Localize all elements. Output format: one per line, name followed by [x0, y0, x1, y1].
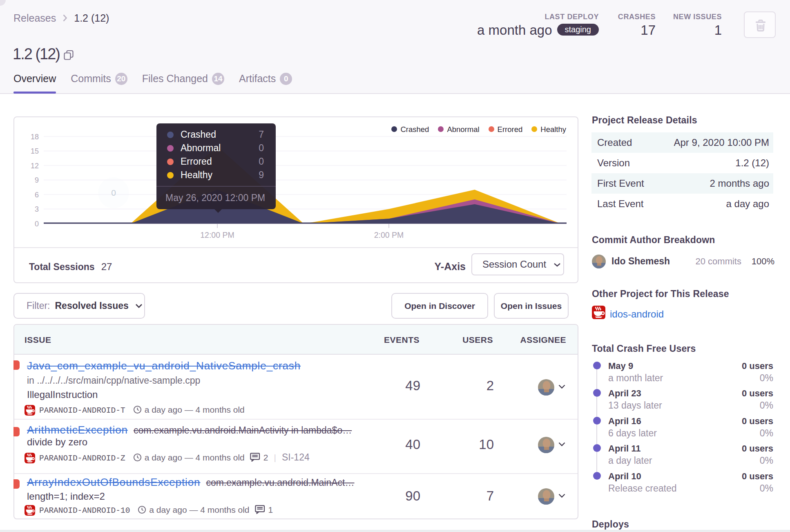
- svg-text:18: 18: [31, 133, 39, 141]
- svg-text:9: 9: [35, 176, 39, 184]
- svg-text:6: 6: [35, 191, 39, 199]
- svg-text:0: 0: [111, 188, 116, 197]
- svg-text:12: 12: [31, 162, 39, 170]
- svg-text:3: 3: [35, 205, 39, 213]
- svg-text:12:00 PM: 12:00 PM: [200, 230, 234, 239]
- svg-text:2:00 PM: 2:00 PM: [374, 230, 404, 239]
- svg-text:0: 0: [35, 220, 39, 228]
- svg-text:15: 15: [31, 147, 39, 155]
